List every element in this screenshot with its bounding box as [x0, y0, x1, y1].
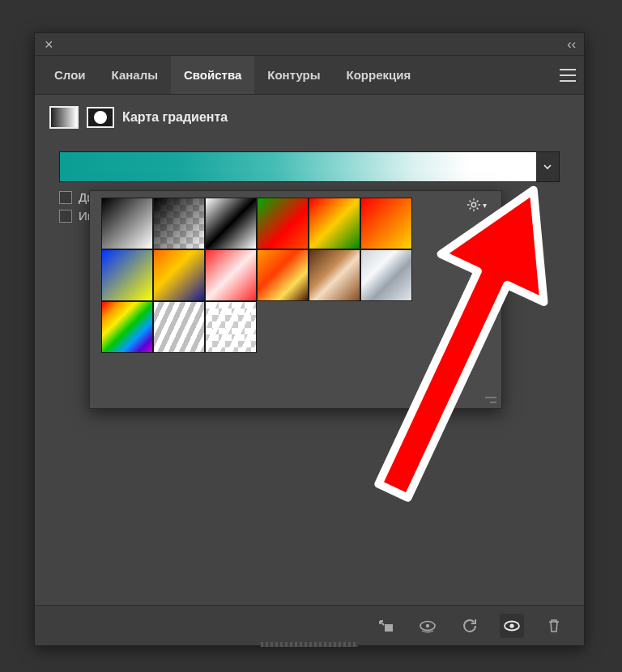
preset-swatch-rainbow[interactable] [101, 301, 153, 353]
tab-channels[interactable]: Каналы [99, 56, 171, 94]
preset-swatch-orange-blue-diag[interactable] [153, 249, 205, 301]
gradient-thumb-icon [49, 106, 79, 129]
preset-swatch-transparent-stripes[interactable] [205, 301, 257, 353]
preset-swatch-bw-black[interactable] [205, 198, 257, 249]
svg-point-2 [426, 623, 429, 627]
panel-titlebar: × ‹‹ [35, 33, 584, 56]
preset-swatch-orange-multi[interactable] [257, 249, 309, 301]
preset-grid [101, 198, 412, 353]
tab-adjustments[interactable]: Коррекция [334, 56, 424, 94]
preset-swatch-white-stripes[interactable] [153, 301, 205, 353]
preset-swatch-red-yellow-diag[interactable] [360, 198, 412, 249]
adjustment-header: Карта градиента [35, 95, 584, 137]
delete-icon[interactable] [542, 614, 566, 638]
flyout-resize-grip-icon[interactable] [484, 392, 496, 403]
checkbox-box[interactable] [59, 210, 72, 223]
resize-grip-icon[interactable] [261, 642, 358, 647]
preset-swatch-red-orange-green[interactable] [309, 198, 360, 249]
preset-swatch-red-white-striped[interactable] [205, 249, 257, 301]
gradient-strip-row [59, 151, 560, 182]
preset-swatch-bw-diag[interactable] [101, 198, 153, 249]
clip-to-layer-icon[interactable] [373, 614, 398, 638]
panel-tabs: Слои Каналы Свойства Контуры Коррекция [35, 56, 584, 95]
svg-point-5 [471, 202, 475, 206]
chevron-down-icon: ▾ [483, 201, 487, 210]
visibility-toggle-icon[interactable] [500, 614, 524, 638]
mask-thumb-icon [87, 107, 114, 128]
adjustment-title: Карта градиента [122, 110, 228, 125]
preset-swatch-blue-yellow-diag[interactable] [101, 249, 153, 301]
preset-swatch-silver[interactable] [360, 249, 412, 301]
chevron-down-icon [543, 162, 552, 172]
reset-icon[interactable] [458, 614, 482, 638]
preset-swatch-black-transparent-diag[interactable] [153, 198, 205, 249]
tab-layers[interactable]: Слои [41, 56, 99, 94]
svg-rect-0 [385, 624, 393, 632]
gradient-preset-flyout: ▾ [89, 190, 502, 409]
tab-properties[interactable]: Свойства [171, 56, 254, 94]
gradient-dropdown[interactable] [536, 152, 559, 181]
panel-footer [35, 605, 584, 645]
preset-menu-gear-icon[interactable]: ▾ [466, 198, 487, 212]
checkbox-box[interactable] [59, 191, 72, 204]
gradient-preview[interactable] [60, 152, 536, 181]
tab-paths[interactable]: Контуры [254, 56, 333, 94]
collapse-icon[interactable]: ‹‹ [564, 36, 579, 53]
preset-swatch-green-red-diag[interactable] [257, 198, 309, 249]
close-icon[interactable]: × [40, 36, 58, 53]
panel-menu-icon[interactable] [552, 56, 584, 94]
preset-swatch-bronze[interactable] [309, 249, 360, 301]
svg-point-4 [509, 623, 513, 627]
view-previous-icon[interactable] [415, 614, 440, 638]
